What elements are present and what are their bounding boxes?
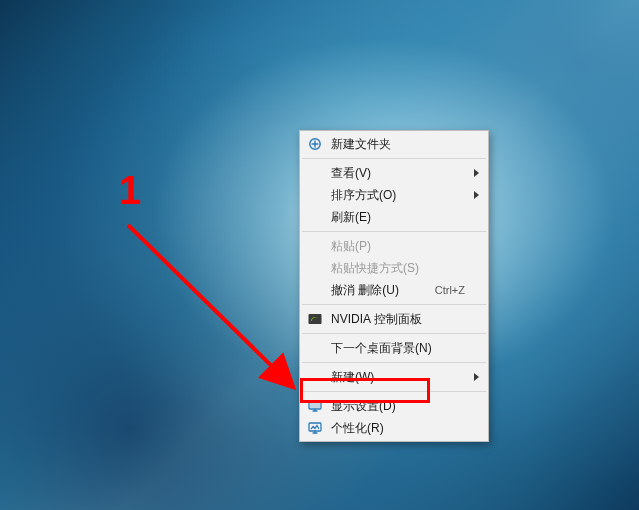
display-settings-icon [307,398,323,414]
menu-label: 撤消 删除(U) [331,282,435,299]
menu-item-personalize[interactable]: 个性化(R) [301,417,487,439]
menu-item-undo-delete[interactable]: 撤消 删除(U) Ctrl+Z [301,279,487,301]
menu-item-new-folder[interactable]: 新建文件夹 [301,133,487,155]
svg-rect-1 [309,314,322,324]
menu-label: 个性化(R) [331,420,465,437]
svg-rect-4 [309,423,321,431]
menu-shortcut: Ctrl+Z [435,284,465,296]
menu-separator [302,304,486,305]
menu-separator [302,333,486,334]
menu-separator [302,362,486,363]
menu-item-paste-shortcut: 粘贴快捷方式(S) [301,257,487,279]
menu-item-display-settings[interactable]: 显示设置(D) [301,395,487,417]
nvidia-icon [307,311,323,327]
menu-item-sort[interactable]: 排序方式(O) [301,184,487,206]
menu-label: 新建文件夹 [331,136,465,153]
annotation-number: 1 [119,168,141,213]
new-folder-icon [307,136,323,152]
menu-label: 下一个桌面背景(N) [331,340,465,357]
menu-label: 排序方式(O) [331,187,465,204]
menu-label: NVIDIA 控制面板 [331,311,465,328]
menu-item-view[interactable]: 查看(V) [301,162,487,184]
svg-rect-3 [310,402,320,408]
menu-separator [302,158,486,159]
chevron-right-icon [474,373,479,381]
svg-line-5 [128,225,292,386]
menu-label: 显示设置(D) [331,398,465,415]
menu-label: 刷新(E) [331,209,465,226]
desktop-context-menu: 新建文件夹 查看(V) 排序方式(O) 刷新(E) 粘贴(P) 粘贴快捷方式(S… [299,130,489,442]
menu-item-paste: 粘贴(P) [301,235,487,257]
menu-separator [302,391,486,392]
menu-item-refresh[interactable]: 刷新(E) [301,206,487,228]
menu-label: 查看(V) [331,165,465,182]
menu-separator [302,231,486,232]
menu-label: 粘贴快捷方式(S) [331,260,465,277]
personalize-icon [307,420,323,436]
chevron-right-icon [474,169,479,177]
menu-label: 粘贴(P) [331,238,465,255]
menu-item-new[interactable]: 新建(W) [301,366,487,388]
menu-item-next-background[interactable]: 下一个桌面背景(N) [301,337,487,359]
chevron-right-icon [474,191,479,199]
menu-item-nvidia[interactable]: NVIDIA 控制面板 [301,308,487,330]
menu-label: 新建(W) [331,369,465,386]
desktop-wallpaper[interactable]: 新建文件夹 查看(V) 排序方式(O) 刷新(E) 粘贴(P) 粘贴快捷方式(S… [0,0,639,510]
